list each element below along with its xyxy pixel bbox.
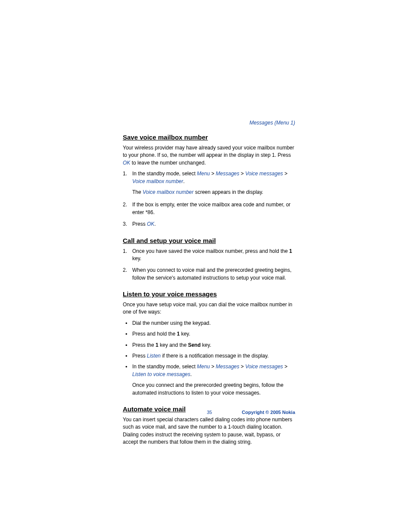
save-intro-paragraph: Your wireless provider may have already … [123, 144, 295, 167]
text: In the standby mode, select [132, 171, 197, 177]
text: > [240, 171, 246, 177]
list-item: 3. Press OK. [123, 221, 295, 228]
text: key and the [159, 342, 188, 348]
section-listen: Listen to your voice messages Once you h… [123, 290, 295, 397]
page-number: 35 [207, 410, 212, 415]
text: > [240, 364, 246, 370]
automate-intro: You can insert special characters called… [123, 416, 295, 446]
term-menu: Menu [197, 171, 210, 177]
listen-intro: Once you have setup voice mail, you can … [123, 301, 295, 316]
text: . [154, 221, 156, 227]
header-breadcrumb[interactable]: Messages (Menu 1) [123, 120, 295, 126]
save-steps-list: 1. In the standby mode, select Menu > Me… [123, 170, 295, 228]
text: . [183, 178, 184, 184]
text: Press and hold the [132, 331, 177, 337]
term-ok: OK [123, 160, 130, 166]
text: Press [132, 221, 147, 227]
list-number: 1. [123, 248, 127, 255]
list-item: 2. If the box is empty, enter the voice … [123, 201, 295, 216]
key-send: Send [188, 342, 200, 348]
term-messages: Messages [216, 364, 240, 370]
term-voice-mailbox-number-screen: Voice mailbox number [143, 189, 193, 195]
text: Press [132, 353, 147, 359]
listen-bullets: Dial the number using the keypad. Press … [123, 320, 295, 397]
call-steps-list: 1. Once you have saved the voice mailbox… [123, 248, 295, 282]
text: > [210, 171, 216, 177]
section-save-voice-mailbox: Save voice mailbox number Your wireless … [123, 134, 295, 228]
term-voice-mailbox-number: Voice mailbox number [132, 178, 183, 184]
term-ok: OK [147, 221, 154, 227]
document-page: Messages (Menu 1) Save voice mailbox num… [123, 120, 295, 455]
list-number: 2. [123, 201, 127, 208]
text: In the standby mode, select [132, 364, 197, 370]
copyright-text: Copyright © 2005 Nokia [242, 410, 295, 415]
term-listen: Listen [147, 353, 161, 359]
list-item: Press and hold the 1 key. [123, 330, 295, 338]
list-item: Dial the number using the keypad. [123, 320, 295, 327]
key-1: 1 [289, 248, 292, 254]
list-item: In the standby mode, select Menu > Messa… [123, 363, 295, 397]
heading-call: Call and setup your voice mail [123, 237, 295, 244]
text: if there is a notification message in th… [161, 353, 269, 359]
text: Once you have saved the voice mailbox nu… [132, 248, 289, 254]
text: key. [201, 342, 211, 348]
list-item: Press the 1 key and the Send key. [123, 342, 295, 349]
text: The [132, 189, 143, 195]
heading-listen: Listen to your voice messages [123, 290, 295, 298]
text: Your wireless provider may have already … [123, 145, 294, 158]
text: When you connect to voice mail and the p… [132, 267, 292, 280]
text: If the box is empty, enter the voice mai… [132, 202, 290, 215]
text: to leave the number unchanged. [130, 160, 206, 166]
term-voice-messages: Voice messages [245, 364, 283, 370]
term-menu: Menu [197, 364, 210, 370]
text: . [190, 371, 192, 377]
text: key. [180, 331, 190, 337]
text: > [283, 364, 287, 370]
list-number: 2. [123, 267, 127, 274]
text: key. [132, 255, 141, 261]
list-item: 2. When you connect to voice mail and th… [123, 267, 295, 282]
text: > [283, 171, 287, 177]
term-voice-messages: Voice messages [245, 171, 283, 177]
list-number: 1. [123, 170, 127, 177]
text: > [210, 364, 216, 370]
list-item: 1. Once you have saved the voice mailbox… [123, 248, 295, 263]
section-call-setup: Call and setup your voice mail 1. Once y… [123, 237, 295, 282]
term-messages: Messages [216, 171, 240, 177]
list-item: Press Listen if there is a notification … [123, 352, 295, 360]
list-number: 3. [123, 221, 127, 228]
heading-save: Save voice mailbox number [123, 134, 295, 141]
text: Press the [132, 342, 156, 348]
term-listen-to-voice-messages: Listen to voice messages [132, 371, 190, 377]
key-1: 1 [156, 342, 159, 348]
list-item: 1. In the standby mode, select Menu > Me… [123, 170, 295, 196]
listen-subtext: Once you connect and the prerecorded gre… [132, 382, 295, 397]
step1-subtext: The Voice mailbox number screen appears … [132, 189, 295, 196]
text: screen appears in the display. [193, 189, 263, 195]
